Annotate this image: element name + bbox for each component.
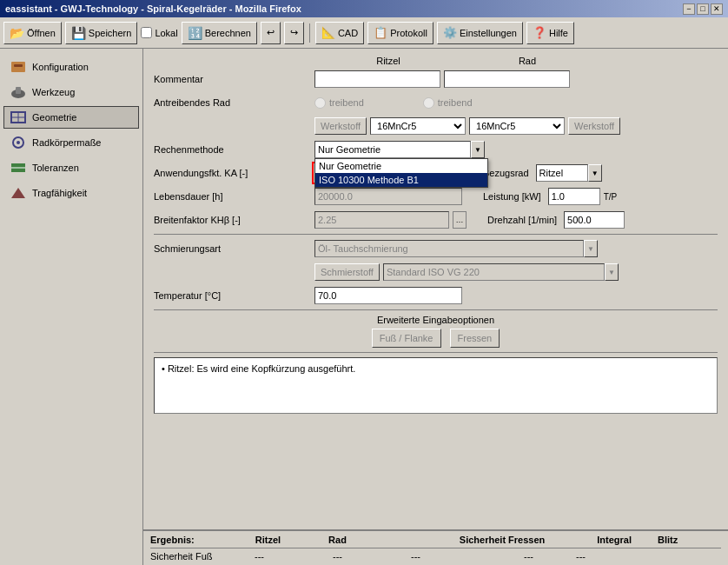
temperatur-controls xyxy=(314,287,718,304)
schmierstoff-button[interactable]: Schmierstoff xyxy=(314,263,380,281)
result-rad-val: --- xyxy=(333,551,411,562)
radio-treibend-1[interactable]: treibend xyxy=(314,97,364,109)
sidebar-item-tragfaehigkeit[interactable]: Tragfähigkeit xyxy=(3,182,139,204)
calc-label: Berechnen xyxy=(205,28,251,38)
drehzahl-input[interactable] xyxy=(564,211,625,229)
result-integral-val: --- xyxy=(524,551,576,562)
radio-treibend-2[interactable]: treibend xyxy=(423,97,473,109)
sidebar-item-radkoerper[interactable]: Radkörpermaße xyxy=(3,131,139,154)
result-bar-header: Ergebnis: Ritzel Rad Sicherheit Fressen … xyxy=(150,535,721,548)
close-button[interactable]: ✕ xyxy=(711,3,723,15)
kommentar-input-rad[interactable] xyxy=(444,70,570,88)
save-button[interactable]: 💾 Speichern xyxy=(65,22,138,44)
werkstoff-button-1[interactable]: Werkstoff xyxy=(314,117,367,135)
protocol-button[interactable]: 📋 Protokoll xyxy=(367,22,433,44)
result-header-label: Ergebnis: xyxy=(150,535,195,545)
sidebar-item-konfiguration[interactable]: Konfiguration xyxy=(3,56,139,78)
schmierstoff-dropdown: ▼ xyxy=(383,263,619,281)
sidebar-label-toleranzen: Toleranzen xyxy=(32,163,79,173)
svg-marker-11 xyxy=(11,188,25,198)
lebensdauer-input[interactable] xyxy=(314,188,462,205)
werkstoff-button-2[interactable]: Werkstoff xyxy=(568,117,620,135)
option-iso10300[interactable]: ISO 10300 Methode B1 xyxy=(315,173,487,187)
werkstoff-controls: Werkstoff 16MnCr5 16MnCr5 Werkstoff xyxy=(314,117,718,135)
leistung-input[interactable] xyxy=(548,188,600,205)
temperatur-label: Temperatur [°C] xyxy=(154,290,314,301)
rechenmethode-dropdown-arrow[interactable]: ▼ xyxy=(471,141,485,158)
content-panel: Ritzel Rad Kommentar Antreibendes Rad tr… xyxy=(143,49,728,565)
schmierstoff-arrow[interactable]: ▼ xyxy=(605,263,619,281)
konfiguration-icon xyxy=(10,59,27,75)
result-rad-header: Rad xyxy=(328,535,347,545)
help-icon: ❓ xyxy=(533,26,546,39)
section-divider-1 xyxy=(154,234,718,235)
cad-button[interactable]: 📐 CAD xyxy=(315,22,364,44)
toolbar-separator xyxy=(309,23,310,43)
fressen-button[interactable]: Fressen xyxy=(450,329,500,348)
result-bar: Ergebnis: Ritzel Rad Sicherheit Fressen … xyxy=(143,529,728,565)
bezugsrad-label: Bezugsrad xyxy=(483,168,529,178)
sidebar-label-tragfaehigkeit: Tragfähigkeit xyxy=(32,188,87,198)
anwendungsfkt-label: Anwendungsfkt. KA [-] xyxy=(154,168,314,178)
open-button[interactable]: 📂 Öffnen xyxy=(3,22,62,44)
schmierungsart-controls: ▼ xyxy=(314,240,718,257)
sidebar-label-werkzeug: Werkzeug xyxy=(32,87,75,97)
col-header-ritzel: Ritzel xyxy=(323,56,453,66)
drehzahl-label: Drehzahl [1/min] xyxy=(487,215,557,225)
erweitert-label: Erweiterte Eingabeoptionen xyxy=(154,315,718,325)
temperatur-input[interactable] xyxy=(314,287,462,304)
settings-icon: ⚙️ xyxy=(443,26,457,39)
rechenmethode-input[interactable] xyxy=(314,141,471,158)
radio-treibend-2-label: treibend xyxy=(438,97,473,108)
bezugsrad-dropdown: ▼ xyxy=(536,164,602,182)
schmierstoff-row: Schmierstoff ▼ xyxy=(154,263,718,282)
werkstoff-select-2[interactable]: 16MnCr5 xyxy=(469,117,565,135)
rechenmethode-controls: ▼ Nur Geometrie ISO 10300 Methode B1 xyxy=(314,141,718,158)
rechenmethode-row: Rechenmethode ▼ Nur Geometrie ISO 10300 … xyxy=(154,140,718,159)
werkstoff-select-1[interactable]: 16MnCr5 xyxy=(370,117,466,135)
bezugsrad-input[interactable] xyxy=(536,164,588,182)
rechenmethode-dropdown-list: Nur Geometrie ISO 10300 Methode B1 xyxy=(314,158,488,188)
result-integral-header: Integral xyxy=(597,535,632,545)
sidebar-item-geometrie[interactable]: Geometrie xyxy=(3,106,139,129)
local-checkbox[interactable] xyxy=(141,27,152,38)
section-divider-3 xyxy=(154,352,718,353)
col-header-rad: Rad xyxy=(462,56,592,66)
svg-rect-1 xyxy=(14,64,23,67)
help-button[interactable]: ❓ Hilfe xyxy=(526,22,574,44)
antreib-controls: treibend treibend xyxy=(314,97,718,109)
fuss-flanke-button[interactable]: Fuß / Flanke xyxy=(372,329,441,348)
bezugsrad-arrow[interactable]: ▼ xyxy=(588,164,602,182)
sidebar: Konfiguration Werkzeug Geometrie Radkörp… xyxy=(0,49,143,565)
werkstoff-dropdown-1: 16MnCr5 xyxy=(370,117,466,135)
settings-label: Einstellungen xyxy=(460,28,517,38)
toolbar: 📂 Öffnen 💾 Speichern Lokal 🔢 Berechnen ↩… xyxy=(0,17,728,49)
leistung-label: Leistung [kW] xyxy=(483,191,541,202)
undo-button[interactable]: ↩ xyxy=(261,22,281,44)
column-headers: Ritzel Rad xyxy=(323,56,718,66)
calc-button[interactable]: 🔢 Berechnen xyxy=(182,22,257,44)
temperatur-row: Temperatur [°C] xyxy=(154,286,718,305)
redo-button[interactable]: ↪ xyxy=(284,22,304,44)
open-label: Öffnen xyxy=(27,28,56,38)
result-ritzel-val: --- xyxy=(255,551,333,562)
cad-label: CAD xyxy=(338,28,358,38)
option-nur-geometrie[interactable]: Nur Geometrie xyxy=(315,159,487,173)
maximize-button[interactable]: □ xyxy=(697,3,709,15)
cad-icon: 📐 xyxy=(321,26,335,39)
sidebar-item-werkzeug[interactable]: Werkzeug xyxy=(3,81,139,103)
sidebar-item-toleranzen[interactable]: Toleranzen xyxy=(3,156,139,179)
kommentar-input-ritzel[interactable] xyxy=(314,70,440,88)
breitenfaktor-btn[interactable]: … xyxy=(453,211,467,229)
schmierungsart-dropdown: ▼ xyxy=(314,240,598,257)
svg-rect-3 xyxy=(16,87,21,94)
minimize-button[interactable]: − xyxy=(683,3,695,15)
schmierungsart-arrow[interactable]: ▼ xyxy=(584,240,598,257)
settings-button[interactable]: ⚙️ Einstellungen xyxy=(437,22,523,44)
radio-treibend-1-label: treibend xyxy=(329,97,364,108)
info-box: • Ritzel: Es wird eine Kopfkürzung ausge… xyxy=(154,357,718,414)
result-row: Sicherheit Fuß --- --- --- --- --- xyxy=(150,551,721,562)
breitenfaktor-input[interactable] xyxy=(314,211,449,229)
schmierstoff-input xyxy=(383,263,605,281)
lebensdauer-row: Lebensdauer [h] Leistung [kW] T/P xyxy=(154,187,718,206)
